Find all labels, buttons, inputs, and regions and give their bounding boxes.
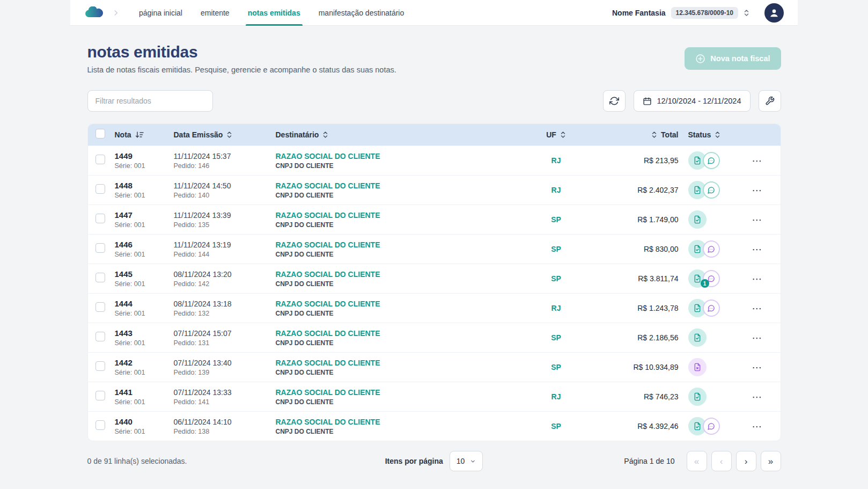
uf-value: RJ: [535, 156, 578, 165]
column-header-destinatario[interactable]: Destinatário: [276, 130, 535, 139]
recipient-cnpj: CNPJ DO CLIENTE: [276, 428, 535, 435]
message-icon[interactable]: [703, 418, 720, 435]
column-header-status[interactable]: Status: [679, 130, 742, 139]
row-checkbox[interactable]: [95, 243, 105, 253]
invoice-number: 1445: [115, 269, 174, 279]
recipient-link[interactable]: RAZAO SOCIAL DO CLIENTE: [276, 359, 535, 367]
order-number: Pedido: 144: [174, 251, 276, 258]
plus-circle-icon: [695, 54, 705, 64]
pagination-next-button[interactable]: ›: [736, 451, 756, 471]
message-icon[interactable]: [703, 181, 720, 199]
invoice-series: Série: 001: [115, 339, 174, 347]
message-icon[interactable]: [703, 240, 720, 258]
table-row: 1446 Série: 001 11/11/2024 13:19 Pedido:…: [88, 234, 781, 264]
row-checkbox[interactable]: [95, 391, 105, 400]
row-actions-button[interactable]: ⋯: [749, 300, 766, 317]
page-subtitle: Lista de notas fiscais emitidas. Pesquis…: [87, 65, 396, 74]
row-checkbox[interactable]: [95, 184, 105, 194]
recipient-link[interactable]: RAZAO SOCIAL DO CLIENTE: [276, 388, 535, 397]
page-info: Página 1 de 10: [624, 457, 674, 465]
sort-icon: [322, 130, 328, 139]
row-checkbox[interactable]: [95, 420, 105, 430]
invoice-authorized-icon[interactable]: [688, 329, 707, 347]
row-checkbox[interactable]: [95, 302, 105, 312]
recipient-cnpj: CNPJ DO CLIENTE: [276, 251, 535, 258]
table-row: 1441 Série: 001 07/11/2024 13:33 Pedido:…: [88, 382, 781, 411]
column-header-uf[interactable]: UF: [535, 130, 578, 139]
pagination-first-button[interactable]: «: [687, 451, 707, 471]
total-value: R$ 1.243,78: [578, 304, 679, 312]
table-settings-button[interactable]: [759, 90, 781, 112]
issue-date: 07/11/2024 13:40: [174, 359, 276, 367]
new-invoice-button[interactable]: Nova nota fiscal: [685, 47, 781, 70]
app-logo[interactable]: [84, 6, 105, 19]
recipient-link[interactable]: RAZAO SOCIAL DO CLIENTE: [276, 418, 535, 426]
invoice-number: 1446: [115, 240, 174, 249]
row-actions-button[interactable]: ⋯: [749, 211, 766, 228]
pagination-prev-button[interactable]: ‹: [711, 451, 732, 471]
filter-input[interactable]: [87, 90, 213, 112]
row-checkbox[interactable]: [95, 361, 105, 371]
invoice-series: Série: 001: [115, 428, 174, 435]
recipient-link[interactable]: RAZAO SOCIAL DO CLIENTE: [276, 181, 535, 190]
order-number: Pedido: 139: [174, 369, 276, 376]
recipient-link[interactable]: RAZAO SOCIAL DO CLIENTE: [276, 152, 535, 160]
row-actions-button[interactable]: ⋯: [749, 182, 766, 199]
uf-value: SP: [535, 245, 578, 253]
invoice-number: 1442: [115, 358, 174, 367]
total-value: R$ 746,23: [578, 392, 679, 401]
invoice-authorized-icon[interactable]: [688, 210, 707, 229]
order-number: Pedido: 138: [174, 428, 276, 435]
row-actions-button[interactable]: ⋯: [749, 271, 766, 287]
message-icon[interactable]: [703, 300, 720, 317]
row-actions-button[interactable]: ⋯: [749, 418, 766, 435]
recipient-cnpj: CNPJ DO CLIENTE: [276, 221, 535, 229]
refresh-button[interactable]: [603, 90, 626, 112]
issue-date: 07/11/2024 13:33: [174, 388, 276, 397]
row-actions-button[interactable]: ⋯: [749, 152, 766, 169]
row-checkbox[interactable]: [95, 273, 105, 282]
date-range-button[interactable]: 12/10/2024 - 12/11/2024: [634, 90, 751, 112]
table-body: 1449 Série: 001 11/11/2024 15:37 Pedido:…: [88, 145, 781, 441]
row-actions-button[interactable]: ⋯: [749, 241, 766, 258]
invoice-cancelled-icon[interactable]: [688, 358, 707, 376]
column-header-data-emissao[interactable]: Data Emissão: [174, 130, 276, 139]
invoice-authorized-icon[interactable]: [688, 388, 707, 406]
table-row: 1449 Série: 001 11/11/2024 15:37 Pedido:…: [88, 145, 781, 175]
recipient-link[interactable]: RAZAO SOCIAL DO CLIENTE: [276, 300, 535, 308]
recipient-link[interactable]: RAZAO SOCIAL DO CLIENTE: [276, 211, 535, 220]
row-checkbox[interactable]: [95, 332, 105, 341]
company-switcher[interactable]: Nome Fantasia 12.345.678/0009-10: [612, 7, 749, 19]
order-number: Pedido: 131: [174, 339, 276, 347]
invoice-number: 1443: [115, 329, 174, 338]
row-checkbox[interactable]: [95, 155, 105, 164]
issue-date: 11/11/2024 13:19: [174, 240, 276, 249]
column-header-total[interactable]: Total: [578, 130, 679, 139]
column-header-nota[interactable]: Nota: [115, 130, 174, 139]
row-actions-button[interactable]: ⋯: [749, 389, 766, 405]
recipient-link[interactable]: RAZAO SOCIAL DO CLIENTE: [276, 270, 535, 279]
message-icon[interactable]: 1: [703, 270, 720, 287]
select-all-checkbox[interactable]: [95, 129, 105, 138]
recipient-cnpj: CNPJ DO CLIENTE: [276, 398, 535, 406]
user-avatar[interactable]: [764, 3, 784, 23]
row-actions-button[interactable]: ⋯: [749, 359, 766, 376]
row-actions-button[interactable]: ⋯: [749, 330, 766, 346]
sort-icon: [651, 130, 657, 139]
invoice-series: Série: 001: [115, 310, 174, 317]
pagination-last-button[interactable]: »: [761, 451, 781, 471]
order-number: Pedido: 141: [174, 398, 276, 406]
message-icon[interactable]: [703, 152, 720, 169]
invoice-number: 1440: [115, 417, 174, 426]
recipient-cnpj: CNPJ DO CLIENTE: [276, 280, 535, 288]
items-per-page-select[interactable]: 10: [450, 451, 483, 471]
recipient-link[interactable]: RAZAO SOCIAL DO CLIENTE: [276, 240, 535, 249]
nav-item-página-inicial[interactable]: página inicial: [131, 0, 190, 26]
nav-item-emitente[interactable]: emitente: [193, 0, 237, 26]
row-checkbox[interactable]: [95, 214, 105, 223]
recipient-cnpj: CNPJ DO CLIENTE: [276, 369, 535, 376]
nav-item-manifestação-destinatário[interactable]: manifestação destinatário: [311, 0, 412, 26]
sort-icon: [560, 130, 566, 139]
recipient-link[interactable]: RAZAO SOCIAL DO CLIENTE: [276, 329, 535, 338]
nav-item-notas-emitidas[interactable]: notas emitidas: [240, 0, 308, 26]
